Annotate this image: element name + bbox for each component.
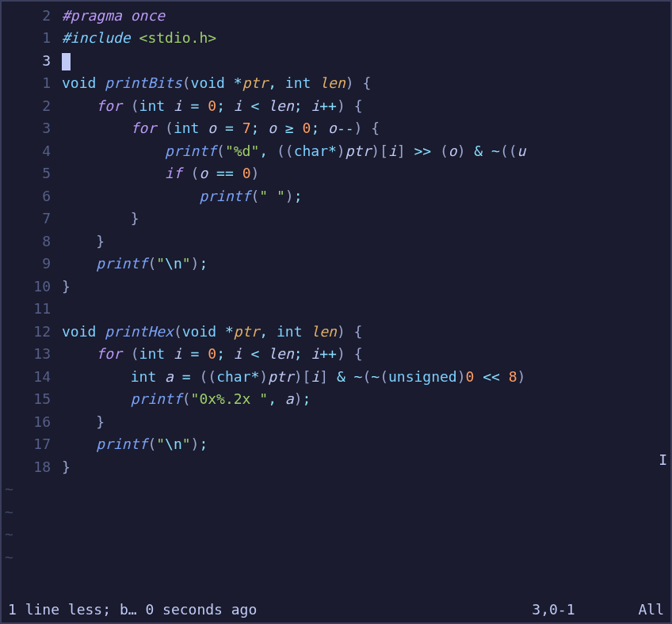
code-content[interactable]: printf("0x%.2x ", a); bbox=[62, 388, 670, 411]
line-number: 13 bbox=[2, 343, 62, 366]
code-content[interactable]: printf("%d", ((char*)ptr)[i] >> (o) & ~(… bbox=[62, 140, 670, 163]
code-content[interactable]: for (int i = 0; i < len; i++) { bbox=[62, 343, 670, 366]
code-content[interactable]: printf("\n"); bbox=[62, 253, 670, 276]
code-line[interactable]: 17 printf("\n"); bbox=[2, 434, 670, 457]
line-number: 6 bbox=[2, 185, 62, 208]
line-number: 9 bbox=[2, 253, 62, 276]
code-line[interactable]: 11 bbox=[2, 299, 670, 322]
line-number: 12 bbox=[2, 321, 62, 344]
status-bar: 1 line less; b… 0 seconds ago 3,0-1 All bbox=[2, 597, 670, 622]
code-line[interactable]: 5 if (o == 0) bbox=[2, 163, 670, 186]
line-number: 2 bbox=[2, 5, 62, 28]
code-content[interactable]: } bbox=[62, 207, 670, 230]
line-number: 5 bbox=[2, 162, 62, 185]
empty-line-tilde: ~ bbox=[2, 479, 670, 502]
editor-area[interactable]: 2#pragma once1#include <stdio.h>31void p… bbox=[2, 2, 670, 573]
code-line[interactable]: 3 bbox=[2, 50, 670, 73]
code-content[interactable]: printf("\n"); bbox=[62, 433, 670, 456]
code-line[interactable]: 3 for (int o = 7; o ≥ 0; o--) { bbox=[2, 118, 670, 141]
line-number: 15 bbox=[2, 388, 62, 411]
line-number: 1 bbox=[2, 27, 62, 50]
code-line[interactable]: 9 printf("\n"); bbox=[2, 253, 670, 276]
code-content[interactable]: int a = ((char*)ptr)[i] & ~(~(unsigned)0… bbox=[62, 366, 670, 389]
scroll-indicator: All bbox=[638, 599, 664, 622]
line-number: 18 bbox=[2, 456, 62, 479]
code-line[interactable]: 4 printf("%d", ((char*)ptr)[i] >> (o) & … bbox=[2, 140, 670, 163]
line-number: 8 bbox=[2, 230, 62, 253]
line-number: 17 bbox=[2, 433, 62, 456]
line-number: 14 bbox=[2, 366, 62, 389]
empty-line-tilde: ~ bbox=[2, 524, 670, 547]
line-number: 3 bbox=[2, 117, 62, 140]
code-line[interactable]: 13 for (int i = 0; i < len; i++) { bbox=[2, 344, 670, 367]
line-number: 7 bbox=[2, 207, 62, 230]
code-content[interactable]: void printHex(void *ptr, int len) { bbox=[62, 321, 670, 344]
code-content[interactable]: } bbox=[62, 276, 670, 299]
code-line[interactable]: 2 for (int i = 0; i < len; i++) { bbox=[2, 95, 670, 118]
code-content[interactable]: #pragma once bbox=[62, 5, 670, 28]
code-line[interactable]: 2#pragma once bbox=[2, 5, 670, 28]
code-content[interactable]: } bbox=[62, 456, 670, 479]
code-line[interactable]: 1#include <stdio.h> bbox=[2, 28, 670, 51]
status-message: 1 line less; b… 0 seconds ago bbox=[8, 599, 257, 622]
code-line[interactable]: 14 int a = ((char*)ptr)[i] & ~(~(unsigne… bbox=[2, 366, 670, 389]
code-content[interactable]: for (int o = 7; o ≥ 0; o--) { bbox=[62, 117, 670, 140]
line-number: 4 bbox=[2, 140, 62, 163]
line-number: 1 bbox=[2, 72, 62, 95]
code-line[interactable]: 1void printBits(void *ptr, int len) { bbox=[2, 73, 670, 96]
cursor-icon bbox=[62, 53, 71, 70]
code-line[interactable]: 8 } bbox=[2, 230, 670, 253]
empty-line-tilde: ~ bbox=[2, 546, 670, 569]
code-line[interactable]: 10} bbox=[2, 276, 670, 299]
line-number: 10 bbox=[2, 276, 62, 299]
code-content[interactable]: #include <stdio.h> bbox=[62, 27, 670, 50]
code-line[interactable]: 15 printf("0x%.2x ", a); bbox=[2, 389, 670, 412]
code-content[interactable]: for (int i = 0; i < len; i++) { bbox=[62, 95, 670, 118]
code-content[interactable]: void printBits(void *ptr, int len) { bbox=[62, 72, 670, 95]
line-number: 2 bbox=[2, 95, 62, 118]
code-content[interactable]: } bbox=[62, 230, 670, 253]
code-content[interactable] bbox=[62, 50, 670, 73]
text-cursor-icon: I bbox=[659, 449, 667, 472]
code-line[interactable]: 16 } bbox=[2, 411, 670, 434]
line-number: 11 bbox=[2, 298, 62, 321]
code-line[interactable]: 18} bbox=[2, 456, 670, 479]
code-content[interactable]: if (o == 0) bbox=[62, 162, 670, 185]
code-line[interactable]: 6 printf(" "); bbox=[2, 185, 670, 208]
empty-line-tilde: ~ bbox=[2, 501, 670, 524]
code-content[interactable]: printf(" "); bbox=[62, 185, 670, 208]
code-line[interactable]: 12void printHex(void *ptr, int len) { bbox=[2, 321, 670, 344]
cursor-position: 3,0-1 bbox=[532, 599, 638, 622]
code-content[interactable]: } bbox=[62, 411, 670, 434]
line-number: 16 bbox=[2, 411, 62, 434]
code-line[interactable]: 7 } bbox=[2, 208, 670, 231]
line-number: 3 bbox=[2, 50, 62, 73]
